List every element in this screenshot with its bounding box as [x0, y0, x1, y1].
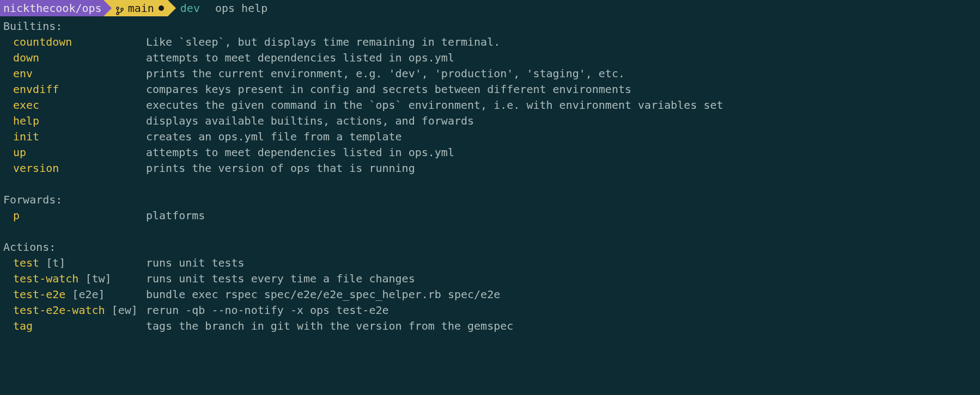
section-header: Actions: [3, 239, 977, 255]
command-description: prints the current environment, e.g. 'de… [146, 66, 625, 82]
prompt-command: ops help [215, 1, 267, 16]
section-header: Builtins: [3, 18, 977, 34]
help-row: execexecutes the given command in the `o… [3, 97, 977, 113]
command-description: compares keys present in config and secr… [146, 82, 631, 97]
command-name: init [13, 129, 146, 145]
help-row: downattempts to meet dependencies listed… [3, 50, 977, 66]
command-name: test-watch [tw] [13, 271, 146, 287]
command-description: runs unit tests [146, 255, 245, 271]
command-description: rerun -qb --no-notify -x ops test-e2e [146, 303, 389, 318]
command-name: test-e2e-watch [ew] [13, 303, 146, 318]
arrow-icon [203, 0, 211, 16]
command-description: creates an ops.yml file from a template [146, 129, 402, 145]
command-description: attempts to meet dependencies listed in … [146, 145, 454, 161]
command-name: p [13, 208, 146, 224]
command-name: envdiff [13, 82, 146, 97]
command-name: version [13, 161, 146, 176]
arrow-icon [104, 0, 112, 16]
command-name: test [t] [13, 255, 146, 271]
help-row: envdiffcompares keys present in config a… [3, 82, 977, 97]
command-alias: [tw] [78, 272, 111, 285]
terminal-output: Builtins:countdownLike `sleep`, but disp… [0, 16, 980, 334]
command-description: platforms [146, 208, 205, 224]
help-row: test-watch [tw]runs unit tests every tim… [3, 271, 977, 287]
command-name: env [13, 66, 146, 82]
svg-point-2 [121, 8, 123, 10]
command-name: up [13, 145, 146, 161]
prompt-line: nickthecook/ops main dev ops help [0, 0, 980, 16]
command-alias: [e2e] [65, 288, 105, 301]
command-name: tag [13, 318, 146, 334]
help-row: test-e2e-watch [ew]rerun -qb --no-notify… [3, 303, 977, 318]
command-description: Like `sleep`, but displays time remainin… [146, 34, 500, 50]
command-name: help [13, 113, 146, 129]
command-name: down [13, 50, 146, 66]
command-description: executes the given command in the `ops` … [146, 97, 723, 113]
help-row: helpdisplays available builtins, actions… [3, 113, 977, 129]
help-row: envprints the current environment, e.g. … [3, 66, 977, 82]
command-name: countdown [13, 34, 146, 50]
help-row: pplatforms [3, 208, 977, 224]
svg-point-0 [117, 7, 119, 9]
help-row: upattempts to meet dependencies listed i… [3, 145, 977, 161]
command-description: tags the branch in git with the version … [146, 318, 513, 334]
svg-point-1 [117, 13, 119, 15]
help-row: test-e2e [e2e]bundle exec rspec spec/e2e… [3, 287, 977, 303]
prompt-path-segment: nickthecook/ops [0, 0, 104, 16]
help-row: test [t]runs unit tests [3, 255, 977, 271]
help-row: countdownLike `sleep`, but displays time… [3, 34, 977, 50]
command-name: test-e2e [e2e] [13, 287, 146, 303]
command-alias: [ew] [105, 304, 138, 317]
help-row: tagtags the branch in git with the versi… [3, 318, 977, 334]
command-description: bundle exec rspec spec/e2e/e2e_spec_help… [146, 287, 500, 303]
git-branch-icon [116, 4, 124, 13]
section-header: Forwards: [3, 192, 977, 208]
prompt-env-segment: dev [168, 0, 203, 16]
prompt-env: dev [180, 1, 200, 16]
command-description: runs unit tests every time a file change… [146, 271, 415, 287]
command-alias: [t] [39, 256, 65, 269]
command-description: attempts to meet dependencies listed in … [146, 50, 454, 66]
prompt-command-segment[interactable]: ops help [203, 0, 273, 16]
prompt-branch-segment: main [104, 0, 168, 16]
arrow-icon [168, 0, 176, 16]
help-row: versionprints the version of ops that is… [3, 161, 977, 176]
help-row: initcreates an ops.yml file from a templ… [3, 129, 977, 145]
command-description: displays available builtins, actions, an… [146, 113, 474, 129]
prompt-branch: main [128, 1, 154, 16]
dirty-indicator-icon [159, 5, 164, 11]
command-name: exec [13, 97, 146, 113]
command-description: prints the version of ops that is runnin… [146, 161, 415, 176]
prompt-path: nickthecook/ops [3, 1, 102, 16]
